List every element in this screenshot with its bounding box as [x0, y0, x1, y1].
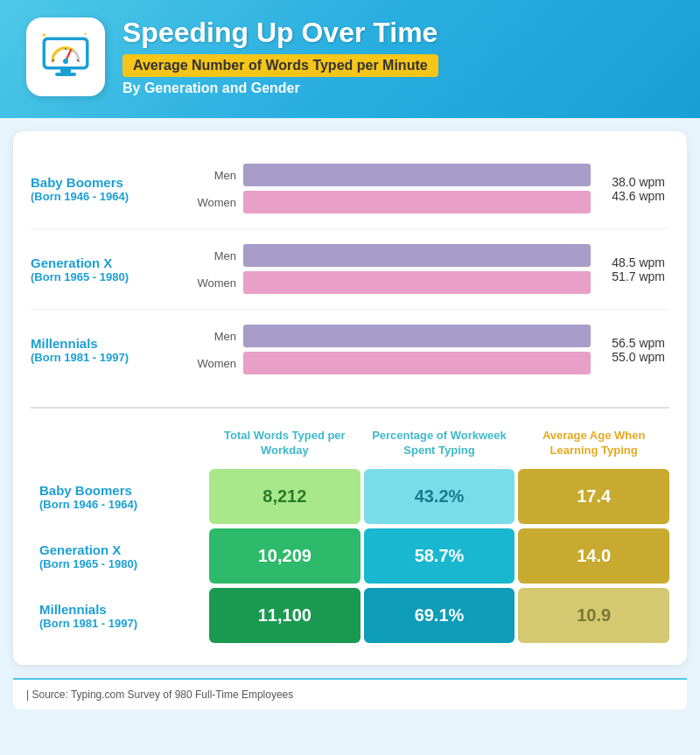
- women-wpm-gx: 51.7 wpm: [599, 269, 665, 283]
- table-age-ml: 10.9: [518, 588, 669, 643]
- gen-years-bb: (Born 1946 - 1964): [31, 190, 188, 203]
- table-gen-years-bb: (Born 1946 - 1964): [39, 498, 197, 511]
- bar-item-men-bb: Men: [197, 164, 591, 186]
- page-header: ✦ ✦ Speeding Up Over Time Average Number…: [0, 0, 700, 118]
- section-divider: [31, 407, 669, 409]
- table-age-bb: 17.4: [518, 469, 669, 524]
- bar-men-gx: [243, 244, 591, 267]
- women-label-gx: Women: [197, 276, 236, 290]
- table-pct-ml: 69.1%: [364, 588, 515, 643]
- bar-women-gx: [243, 271, 591, 294]
- svg-text:✦: ✦: [83, 31, 88, 37]
- women-wpm-bb: 43.6 wpm: [599, 189, 665, 203]
- table-pct-bb: 43.2%: [364, 469, 515, 524]
- table-words-gx: 10,209: [209, 528, 360, 584]
- table-section: Total Words Typed per Workday Percentage…: [31, 422, 669, 644]
- table-header-empty: [31, 422, 206, 465]
- men-label-gx: Men: [197, 249, 236, 262]
- table-label-ml: Millennials (Born 1981 - 1997): [31, 588, 206, 644]
- table-gen-years-gx: (Born 1965 - 1980): [39, 557, 197, 570]
- svg-rect-8: [55, 73, 76, 76]
- women-label-ml: Women: [197, 357, 236, 370]
- table-gen-name-gx: Generation X: [39, 542, 197, 557]
- men-label-bb: Men: [197, 169, 236, 182]
- bar-women-bb: [243, 191, 591, 213]
- bar-label-gen-x: Generation X (Born 1965 - 1980): [31, 255, 188, 283]
- bar-item-men-ml: Men: [197, 325, 591, 347]
- bar-values-bb: 38.0 wpm 43.6 wpm: [599, 175, 669, 203]
- table-row-bb: Baby Boomers (Born 1946 - 1964) 8,212 43…: [31, 469, 669, 525]
- bar-charts-gx: Men Women: [188, 240, 599, 298]
- bar-women-ml: [243, 352, 591, 374]
- svg-point-3: [63, 59, 68, 64]
- bar-row-millennials: Millennials (Born 1981 - 1997) Men Women…: [31, 310, 669, 389]
- gen-years-gx: (Born 1965 - 1980): [31, 270, 188, 283]
- gen-name-gx: Generation X: [31, 255, 188, 270]
- bar-label-baby-boomers: Baby Boomers (Born 1946 - 1964): [31, 175, 188, 203]
- speedometer-icon: ✦ ✦: [39, 31, 92, 83]
- table-header-words: Total Words Typed per Workday: [209, 422, 360, 465]
- header-subline: By Generation and Gender: [122, 80, 438, 96]
- bar-item-women-bb: Women: [197, 191, 591, 213]
- bar-values-gx: 48.5 wpm 51.7 wpm: [599, 255, 669, 283]
- table-pct-gx: 58.7%: [364, 528, 515, 584]
- bar-men-ml: [243, 325, 591, 347]
- bar-row-gen-x: Generation X (Born 1965 - 1980) Men Wome…: [31, 229, 669, 310]
- table-row-ml: Millennials (Born 1981 - 1997) 11,100 69…: [31, 588, 669, 644]
- table-header-age: Average Age When Learning Typing: [518, 422, 669, 465]
- table-label-bb: Baby Boomers (Born 1946 - 1964): [31, 469, 206, 525]
- bar-charts-bb: Men Women: [188, 159, 599, 218]
- gen-years-ml: (Born 1981 - 1997): [31, 351, 188, 364]
- men-wpm-gx: 48.5 wpm: [599, 255, 665, 269]
- gen-name-ml: Millennials: [31, 336, 188, 351]
- table-header-row: Total Words Typed per Workday Percentage…: [31, 422, 669, 465]
- table-gen-name-ml: Millennials: [39, 602, 197, 617]
- table-gen-years-ml: (Born 1981 - 1997): [39, 617, 197, 630]
- table-age-gx: 14.0: [518, 528, 669, 584]
- table-label-gx: Generation X (Born 1965 - 1980): [31, 528, 206, 584]
- main-card: Baby Boomers (Born 1946 - 1964) Men Wome…: [13, 131, 687, 665]
- table-header-pct: Percentage of Workweek Spent Typing: [364, 422, 515, 465]
- header-text-block: Speeding Up Over Time Average Number of …: [122, 17, 438, 95]
- bar-row-baby-boomers: Baby Boomers (Born 1946 - 1964) Men Wome…: [31, 149, 669, 229]
- bar-item-women-ml: Women: [197, 352, 591, 374]
- table-row-gx: Generation X (Born 1965 - 1980) 10,209 5…: [31, 528, 669, 584]
- bar-values-ml: 56.5 wpm 55.0 wpm: [599, 336, 669, 364]
- footer: | Source: Typing.com Survey of 980 Full-…: [13, 678, 687, 710]
- header-subtitle: Average Number of Words Typed per Minute: [122, 54, 438, 77]
- bar-item-women-gx: Women: [197, 271, 591, 294]
- men-wpm-bb: 38.0 wpm: [599, 175, 665, 189]
- table-words-bb: 8,212: [209, 469, 360, 524]
- bar-charts-ml: Men Women: [188, 320, 599, 379]
- svg-rect-7: [60, 69, 71, 73]
- bar-men-bb: [243, 164, 591, 186]
- source-text: | Source: Typing.com Survey of 980 Full-…: [26, 689, 293, 701]
- women-wpm-ml: 55.0 wpm: [599, 350, 665, 364]
- table-gen-name-bb: Baby Boomers: [39, 483, 197, 498]
- bar-chart-section: Baby Boomers (Born 1946 - 1964) Men Wome…: [31, 149, 669, 389]
- men-wpm-ml: 56.5 wpm: [599, 336, 665, 350]
- women-label-bb: Women: [197, 196, 236, 209]
- bar-item-men-gx: Men: [197, 244, 591, 267]
- table-words-ml: 11,100: [209, 588, 360, 643]
- page-title: Speeding Up Over Time: [122, 17, 438, 48]
- header-icon-box: ✦ ✦: [26, 17, 105, 96]
- gen-name-bb: Baby Boomers: [31, 175, 188, 190]
- men-label-ml: Men: [197, 330, 236, 343]
- bar-label-millennials: Millennials (Born 1981 - 1997): [31, 336, 188, 364]
- svg-text:✦: ✦: [41, 31, 47, 39]
